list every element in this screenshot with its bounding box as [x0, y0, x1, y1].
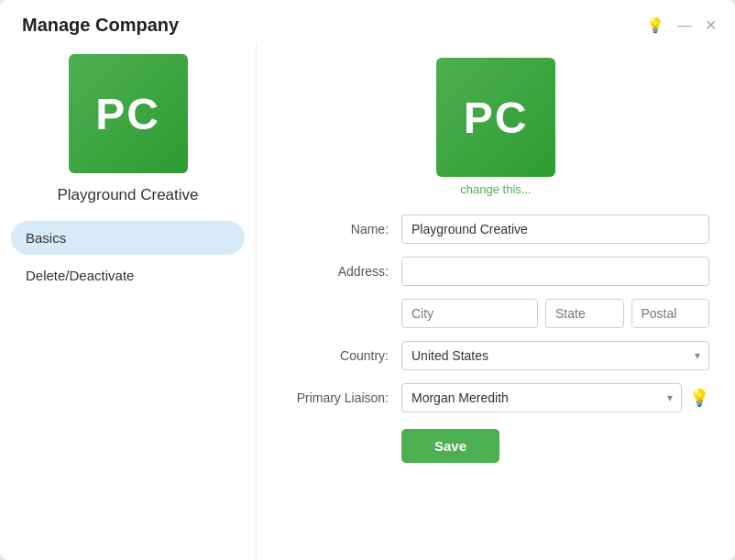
- address-input[interactable]: [401, 257, 709, 286]
- title-bar: Manage Company 💡 — ✕: [0, 0, 735, 43]
- change-logo-link[interactable]: change this...: [460, 182, 531, 196]
- name-row: Name:: [282, 214, 709, 244]
- lightbulb-icon[interactable]: 💡: [646, 16, 664, 34]
- name-label: Name:: [282, 214, 401, 236]
- liaison-label: Primary Liaison:: [282, 383, 401, 405]
- save-row: Save: [282, 429, 709, 463]
- city-input[interactable]: [401, 299, 538, 328]
- country-select-wrapper: United States Canada United Kingdom Aust…: [401, 341, 709, 370]
- content-area: PC Playground Creative Basics Delete/Dea…: [0, 43, 735, 560]
- main-logo: PC: [436, 58, 555, 177]
- country-label: Country:: [282, 341, 401, 363]
- sidebar: PC Playground Creative Basics Delete/Dea…: [0, 43, 257, 560]
- close-icon[interactable]: ✕: [705, 16, 717, 34]
- country-select[interactable]: United States Canada United Kingdom Aust…: [401, 341, 709, 370]
- name-controls: [401, 214, 709, 244]
- liaison-input-row: Morgan Meredith Other Person ▾ 💡: [401, 383, 709, 412]
- liaison-lightbulb-icon[interactable]: 💡: [689, 388, 709, 408]
- sidebar-item-basics[interactable]: Basics: [11, 221, 245, 255]
- name-input[interactable]: [401, 214, 709, 244]
- company-form: Name: Address:: [282, 214, 709, 542]
- address-controls: [401, 257, 709, 286]
- liaison-select-wrap: Morgan Meredith Other Person ▾: [401, 383, 682, 412]
- save-button[interactable]: Save: [401, 429, 499, 463]
- city-state-postal-row: [282, 299, 709, 328]
- postal-input[interactable]: [631, 299, 710, 328]
- city-state-postal-controls: [401, 299, 709, 328]
- sidebar-item-delete-deactivate[interactable]: Delete/Deactivate: [11, 258, 245, 292]
- window-title: Manage Company: [22, 15, 179, 36]
- sidebar-logo: PC: [69, 54, 188, 173]
- sidebar-company-name: Playground Creative: [57, 186, 198, 204]
- liaison-select[interactable]: Morgan Meredith Other Person: [401, 383, 682, 412]
- liaison-controls: Morgan Meredith Other Person ▾ 💡: [401, 383, 709, 412]
- manage-company-window: Manage Company 💡 — ✕ PC Playground Creat…: [0, 0, 735, 560]
- window-controls: 💡 — ✕: [646, 16, 717, 34]
- logo-preview-area: PC change this...: [282, 58, 709, 196]
- main-panel: PC change this... Name: Address:: [257, 43, 735, 560]
- country-row: Country: United States Canada United Kin…: [282, 341, 709, 370]
- address-label: Address:: [282, 257, 401, 279]
- liaison-row: Primary Liaison: Morgan Meredith Other P…: [282, 383, 709, 412]
- state-input[interactable]: [545, 299, 624, 328]
- minimize-icon[interactable]: —: [677, 17, 692, 34]
- address-row: Address:: [282, 257, 709, 286]
- sidebar-nav: Basics Delete/Deactivate: [0, 221, 256, 296]
- country-controls: United States Canada United Kingdom Aust…: [401, 341, 709, 370]
